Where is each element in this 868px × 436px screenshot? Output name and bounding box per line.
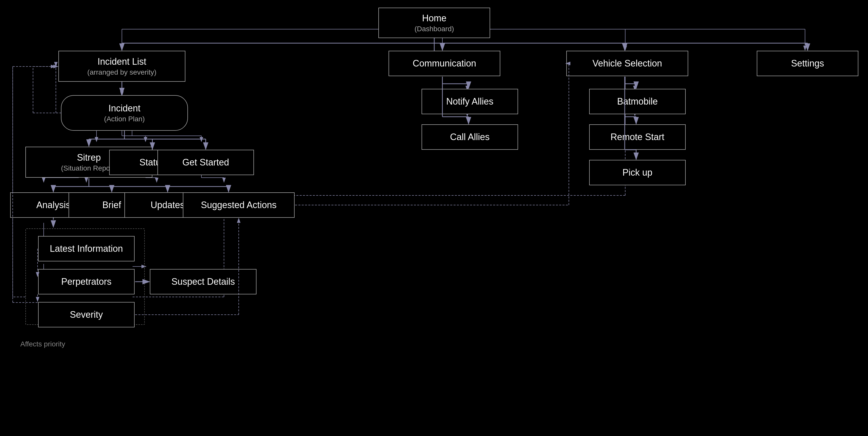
home-sublabel: (Dashboard) <box>414 25 454 33</box>
sitrep-sublabel: (Situation Report) <box>61 164 117 172</box>
perpetrators-label: Perpetrators <box>61 276 112 287</box>
incident-list-sublabel: (arranged by severity) <box>87 68 156 76</box>
pick-up-label: Pick up <box>622 167 652 178</box>
affects-priority-label: Affects priority <box>20 340 65 348</box>
latest-information-node[interactable]: Latest Information <box>38 236 134 261</box>
notify-allies-label: Notify Allies <box>446 96 493 107</box>
sitrep-label: Sitrep <box>77 152 101 163</box>
vehicle-selection-node[interactable]: Vehicle Selection <box>566 51 688 76</box>
notify-allies-node[interactable]: Notify Allies <box>422 89 518 114</box>
latest-information-label: Latest Information <box>50 243 123 254</box>
incident-list-label: Incident List <box>97 56 146 67</box>
incident-sublabel: (Action Plan) <box>104 115 145 123</box>
batmobile-label: Batmobile <box>617 96 658 107</box>
diagram-container: Home (Dashboard) Incident List (arranged… <box>0 0 868 436</box>
communication-label: Communication <box>413 58 476 69</box>
settings-label: Settings <box>791 58 824 69</box>
remote-start-node[interactable]: Remote Start <box>589 124 686 150</box>
incident-label: Incident <box>108 103 141 114</box>
get-started-node[interactable]: Get Started <box>157 150 254 175</box>
suspect-details-label: Suspect Details <box>172 276 235 287</box>
incident-node[interactable]: Incident (Action Plan) <box>61 95 188 131</box>
communication-node[interactable]: Communication <box>389 51 500 76</box>
severity-label: Severity <box>70 309 103 320</box>
vehicle-selection-label: Vehicle Selection <box>592 58 662 69</box>
home-node[interactable]: Home (Dashboard) <box>378 8 490 38</box>
call-allies-node[interactable]: Call Allies <box>422 124 518 150</box>
incident-list-node[interactable]: Incident List (arranged by severity) <box>58 51 185 82</box>
pick-up-node[interactable]: Pick up <box>589 160 686 185</box>
home-label: Home <box>422 13 446 24</box>
suggested-actions-node[interactable]: Suggested Actions <box>183 192 294 218</box>
suggested-actions-label: Suggested Actions <box>201 199 277 210</box>
get-started-label: Get Started <box>182 157 229 168</box>
brief-label: Brief <box>102 199 121 210</box>
updates-label: Updates <box>151 199 185 210</box>
analysis-label: Analysis <box>36 199 70 210</box>
remote-start-label: Remote Start <box>611 131 664 142</box>
suspect-details-node[interactable]: Suspect Details <box>150 269 256 294</box>
batmobile-node[interactable]: Batmobile <box>589 89 686 114</box>
severity-node[interactable]: Severity <box>38 302 134 327</box>
call-allies-label: Call Allies <box>450 131 490 142</box>
settings-node[interactable]: Settings <box>757 51 858 76</box>
perpetrators-node[interactable]: Perpetrators <box>38 269 134 294</box>
